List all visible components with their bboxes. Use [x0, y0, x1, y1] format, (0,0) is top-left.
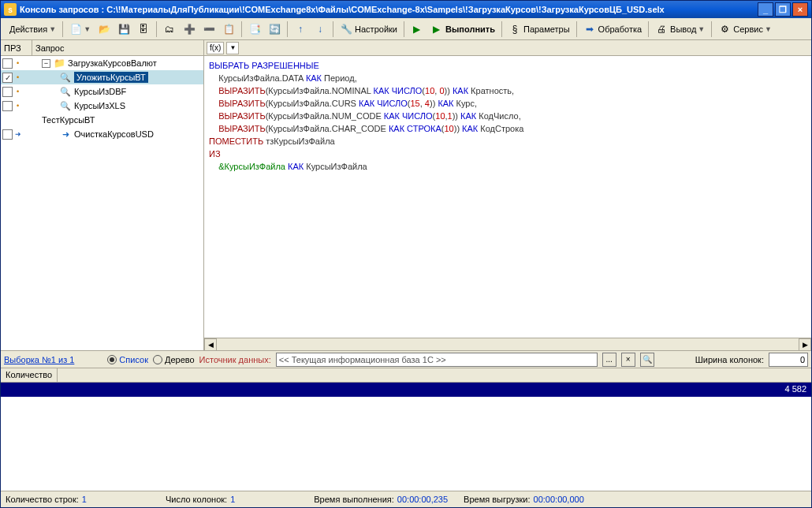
- result-grid[interactable]: Количество 4 582: [1, 368, 811, 491]
- tree-checkbox[interactable]: [2, 101, 13, 111]
- tree-item-label: КурсыИзDBF: [74, 87, 126, 96]
- datasource-clear-button[interactable]: ×: [621, 353, 635, 367]
- tree-item-label: УложитьКурсыВТ: [74, 72, 148, 83]
- tree-header: ПРЗ Запрос: [1, 40, 203, 56]
- copy-button[interactable]: 📑: [245, 21, 264, 38]
- result-row[interactable]: 4 582: [1, 383, 811, 397]
- folder-icon: 📁: [53, 58, 65, 69]
- tree-checkbox[interactable]: [2, 129, 13, 140]
- execute-button[interactable]: ▶Выполнить: [427, 21, 498, 38]
- tree-item-label: ТестКурсыВТ: [42, 115, 95, 125]
- tree-btn1[interactable]: 🗂: [160, 21, 179, 38]
- tree-header-col1: ПРЗ: [1, 40, 32, 55]
- tree-btn3[interactable]: ➖: [199, 21, 218, 38]
- open-icon: 📂: [98, 23, 110, 35]
- tree-item[interactable]: •🔍КурсыИзXLS: [1, 99, 203, 113]
- scroll-right-icon[interactable]: ▶: [799, 338, 811, 351]
- tree-item-label: ОчисткаКурсовUSD: [74, 129, 154, 139]
- view-tree-radio[interactable]: Дерево: [153, 355, 195, 364]
- tree-item[interactable]: ➜➜ОчисткаКурсовUSD: [1, 127, 203, 141]
- saveall-icon: 🗄: [137, 23, 150, 35]
- saveall-button[interactable]: 🗄: [134, 21, 153, 38]
- up-button[interactable]: ↑: [291, 21, 310, 38]
- tree-header-col2: Запрос: [32, 40, 203, 55]
- column-width-label: Ширина колонок:: [695, 355, 764, 364]
- tree-btn4[interactable]: 📋: [219, 21, 238, 38]
- query-icon: 🔍: [59, 72, 72, 83]
- settings-button[interactable]: 🔧Настройки: [337, 21, 400, 38]
- service-menu[interactable]: ⚙Сервис▼: [715, 21, 775, 38]
- tree-item-label: КурсыИзXLS: [74, 101, 125, 110]
- tree-checkbox[interactable]: [2, 87, 13, 97]
- maximize-button[interactable]: ❐: [775, 2, 791, 17]
- fx-button[interactable]: f(x): [207, 42, 224, 54]
- save-icon: 💾: [117, 23, 130, 35]
- output-menu[interactable]: 🖨Вывод▼: [652, 21, 708, 38]
- query-marker-icon: •: [13, 73, 22, 82]
- minimize-button[interactable]: _: [758, 2, 773, 17]
- view-list-radio[interactable]: Список: [107, 355, 148, 364]
- app-icon: s: [4, 3, 17, 16]
- code-dropdown[interactable]: ▼: [226, 42, 239, 54]
- query-tree[interactable]: •−📁ЗагрузкаКурсовВалют✓•🔍УложитьКурсыВТ•…: [1, 56, 203, 350]
- toolbar: Действия▼ 📄▼ 📂 💾 🗄 🗂 ➕ ➖ 📋 📑 🔄 ↑ ↓ 🔧Наст…: [1, 18, 811, 40]
- datasource-label: Источник данных:: [199, 355, 271, 364]
- down-button[interactable]: ↓: [311, 21, 330, 38]
- result-column-header[interactable]: Количество: [1, 368, 58, 382]
- titlebar: s Консоль запросов : C:\!МатериалыДляПуб…: [1, 1, 811, 18]
- column-width-input[interactable]: [769, 353, 808, 367]
- tree-item[interactable]: ✓•🔍УложитьКурсыВТ: [1, 70, 203, 84]
- hscrollbar[interactable]: ◀ ▶: [204, 338, 811, 350]
- tree-item-label: ЗагрузкаКурсовВалют: [68, 58, 157, 68]
- parameters-button[interactable]: §Параметры: [505, 21, 573, 38]
- window-title: Консоль запросов : C:\!МатериалыДляПубли…: [20, 5, 758, 14]
- open-button[interactable]: 📂: [95, 21, 114, 38]
- tree-checkbox[interactable]: [2, 58, 13, 69]
- tree-checkbox[interactable]: ✓: [2, 73, 13, 83]
- new-button[interactable]: 📄▼: [66, 21, 94, 38]
- query-icon: 🔍: [59, 86, 72, 97]
- result-cell: 4 582: [784, 384, 806, 395]
- tree-item[interactable]: •−📁ЗагрузкаКурсовВалют: [1, 56, 203, 70]
- selection-link[interactable]: Выборка №1 из 1: [4, 355, 74, 364]
- datasource-input[interactable]: << Текущая информационная база 1С >>: [276, 353, 598, 367]
- result-controls-bar: Выборка №1 из 1 Список Дерево Источник д…: [1, 351, 811, 368]
- arrow-right-icon: ➜: [59, 129, 72, 140]
- tree-item[interactable]: ТестКурсыВТ: [1, 113, 203, 127]
- query-icon: 🔍: [59, 100, 72, 111]
- exec-small-button[interactable]: ▶: [408, 21, 426, 38]
- query-marker-icon: •: [13, 102, 22, 110]
- datasource-ellipsis-button[interactable]: ...: [602, 353, 616, 367]
- new-icon: 📄: [69, 23, 82, 35]
- actions-menu[interactable]: Действия▼: [4, 21, 59, 38]
- tree-toggle-icon[interactable]: −: [42, 59, 50, 68]
- tree-btn2[interactable]: ➕: [180, 21, 199, 38]
- status-bar: Количество строк:1 Число колонок:1 Время…: [1, 491, 811, 507]
- scroll-left-icon[interactable]: ◀: [204, 338, 217, 351]
- processing-button[interactable]: ➡Обработка: [580, 21, 645, 38]
- query-editor[interactable]: ВЫБРАТЬ РАЗРЕШЕННЫЕ КурсыИзФайла.DATA КА…: [204, 56, 811, 338]
- save-button[interactable]: 💾: [114, 21, 133, 38]
- close-button[interactable]: ×: [792, 2, 808, 17]
- process-arrow-icon: ➜: [13, 130, 22, 139]
- query-marker-icon: •: [13, 59, 22, 68]
- tree-item[interactable]: •🔍КурсыИзDBF: [1, 84, 203, 99]
- query-marker-icon: •: [13, 88, 22, 96]
- refresh-button[interactable]: 🔄: [265, 21, 284, 38]
- datasource-lookup-button[interactable]: 🔍: [640, 353, 654, 367]
